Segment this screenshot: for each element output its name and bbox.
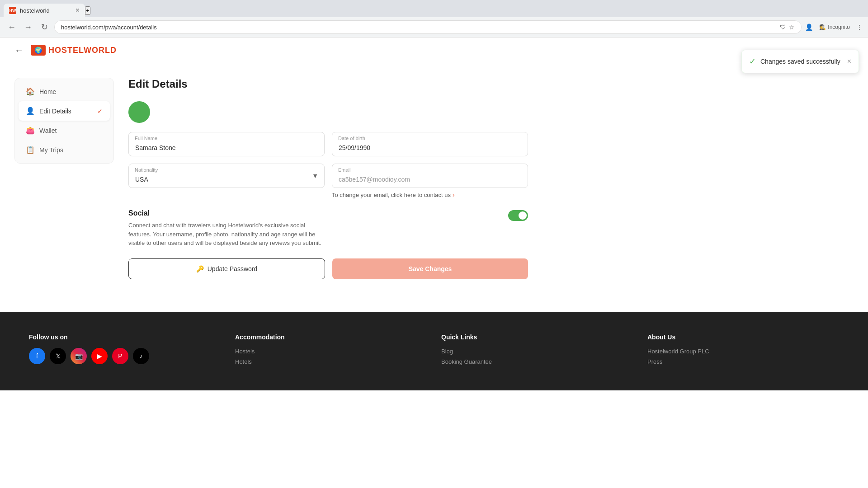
active-tab[interactable]: HW hostelworld ×: [4, 4, 85, 17]
browser-chrome: HW hostelworld × + ← → ↻ hostelworld.com…: [0, 0, 868, 38]
update-password-label: Update Password: [208, 265, 258, 272]
nationality-field: Nationality USA UK Canada ▼: [128, 164, 325, 188]
tiktok-icon[interactable]: ♪: [133, 348, 149, 364]
about-us-title: About Us: [647, 333, 839, 341]
sidebar-item-my-trips[interactable]: 📋 My Trips: [19, 140, 110, 160]
logo-icon: 🌍: [34, 47, 42, 54]
tab-bar: HW hostelworld × +: [0, 0, 868, 17]
page-header: ← 🌍 HOSTELWORLD: [0, 38, 868, 63]
footer-about-us: About Us Hostelworld Group PLC Press: [647, 333, 839, 369]
email-change-link[interactable]: To change your email, click here to cont…: [332, 192, 528, 198]
save-changes-button[interactable]: Save Changes: [332, 258, 528, 279]
logo: 🌍 HOSTELWORLD: [31, 45, 117, 56]
wallet-icon: 👛: [26, 126, 35, 135]
back-button[interactable]: ←: [5, 21, 18, 33]
forward-button[interactable]: →: [22, 21, 34, 33]
sidebar-item-home[interactable]: 🏠 Home: [19, 82, 110, 101]
profile-icon[interactable]: 👤: [805, 23, 813, 31]
button-row: 🔑 Update Password Save Changes: [128, 258, 528, 279]
instagram-icon[interactable]: 📷: [71, 348, 87, 364]
name-dob-row: Full Name Date of birth: [128, 132, 528, 156]
arrow-right-icon: ›: [453, 192, 454, 198]
footer: Follow us on f 𝕏 📷 ▶ P ♪ Accommodation H…: [0, 312, 868, 390]
sidebar-item-trips-label: My Trips: [39, 146, 103, 154]
url-text: hostelworld.com/pwa/account/details: [61, 24, 776, 31]
logo-text: HOSTELWORLD: [48, 46, 117, 55]
email-field: Email: [332, 164, 528, 188]
sidebar-item-edit-details-label: Edit Details: [39, 108, 93, 115]
email-input: [332, 164, 528, 188]
active-check-icon: ✓: [97, 108, 103, 115]
email-helper-text: To change your email, click here to cont…: [332, 192, 451, 198]
accommodation-title: Accommodation: [235, 333, 427, 341]
nationality-email-row: Nationality USA UK Canada ▼ Email: [128, 164, 528, 188]
incognito-button[interactable]: 🕵 Incognito: [816, 22, 854, 32]
follow-us-title: Follow us on: [29, 333, 221, 341]
tab-title: hostelworld: [20, 7, 72, 14]
star-icon: ☆: [789, 23, 795, 31]
toggle-slider: [508, 210, 528, 221]
reload-button[interactable]: ↻: [38, 21, 51, 33]
full-name-input[interactable]: [128, 132, 325, 156]
footer-hotels-link[interactable]: Hotels: [235, 358, 427, 365]
full-name-field: Full Name: [128, 132, 325, 156]
social-section: Social Connect and chat with travelers u…: [128, 209, 528, 248]
address-bar-icons: 🛡 ☆: [780, 23, 795, 31]
incognito-icon: 🕵: [819, 24, 826, 30]
avatar[interactable]: [128, 101, 150, 123]
footer-follow-us: Follow us on f 𝕏 📷 ▶ P ♪: [29, 333, 221, 369]
new-tab-button[interactable]: +: [85, 6, 90, 15]
close-tab-button[interactable]: ×: [75, 7, 80, 14]
pinterest-icon[interactable]: P: [112, 348, 128, 364]
address-bar[interactable]: hostelworld.com/pwa/account/details 🛡 ☆: [54, 20, 802, 34]
dob-field: Date of birth: [332, 132, 528, 156]
update-password-button[interactable]: 🔑 Update Password: [128, 258, 325, 279]
sidebar-item-home-label: Home: [39, 88, 103, 95]
logo-box: 🌍: [31, 45, 46, 56]
footer-hostels-link[interactable]: Hostels: [235, 348, 427, 355]
dob-label: Date of birth: [338, 136, 365, 141]
footer-booking-guarantee-link[interactable]: Booking Guarantee: [441, 358, 633, 365]
main-content: 🏠 Home 👤 Edit Details ✓ 👛 Wallet 📋 My Tr…: [0, 63, 542, 294]
quick-links-title: Quick Links: [441, 333, 633, 341]
trips-icon: 📋: [26, 145, 35, 154]
form-area: Edit Details Full Name Date of birth Nat…: [128, 78, 528, 279]
save-changes-label: Save Changes: [409, 265, 452, 272]
lock-icon: 🔑: [196, 265, 204, 272]
home-icon: 🏠: [26, 87, 35, 96]
success-toast: ✓ Changes saved successfully ×: [741, 50, 859, 73]
social-row: Social Connect and chat with travelers u…: [128, 209, 528, 248]
shield-icon: 🛡: [780, 23, 786, 31]
footer-hostelworld-group-link[interactable]: Hostelworld Group PLC: [647, 348, 839, 355]
toolbar: ← → ↻ hostelworld.com/pwa/account/detail…: [0, 17, 868, 37]
footer-quick-links: Quick Links Blog Booking Guarantee: [441, 333, 633, 369]
social-toggle[interactable]: [508, 210, 528, 221]
sidebar-item-edit-details[interactable]: 👤 Edit Details ✓: [19, 101, 110, 121]
footer-press-link[interactable]: Press: [647, 358, 839, 365]
sidebar-item-wallet-label: Wallet: [39, 127, 103, 134]
sidebar-item-wallet[interactable]: 👛 Wallet: [19, 121, 110, 140]
social-description: Connect and chat with travelers using Ho…: [128, 221, 327, 248]
social-media-icons: f 𝕏 📷 ▶ P ♪: [29, 348, 221, 364]
tab-favicon: HW: [9, 7, 16, 14]
full-name-label: Full Name: [135, 136, 157, 141]
menu-icon[interactable]: ⋮: [856, 23, 863, 31]
check-icon: ✓: [749, 56, 756, 66]
user-icon: 👤: [26, 107, 35, 115]
footer-blog-link[interactable]: Blog: [441, 348, 633, 355]
social-title: Social: [128, 209, 501, 217]
social-text: Social Connect and chat with travelers u…: [128, 209, 501, 248]
twitter-x-icon[interactable]: 𝕏: [50, 348, 66, 364]
email-label: Email: [338, 167, 351, 173]
page-title: Edit Details: [128, 78, 528, 90]
toast-close-button[interactable]: ×: [847, 57, 851, 66]
toast-message: Changes saved successfully: [760, 58, 840, 65]
back-navigation-button[interactable]: ←: [14, 45, 24, 56]
toolbar-right: 👤 🕵 Incognito ⋮: [805, 22, 863, 32]
sidebar: 🏠 Home 👤 Edit Details ✓ 👛 Wallet 📋 My Tr…: [14, 78, 114, 164]
facebook-icon[interactable]: f: [29, 348, 45, 364]
nationality-label: Nationality: [135, 167, 158, 173]
footer-accommodation: Accommodation Hostels Hotels: [235, 333, 427, 369]
youtube-icon[interactable]: ▶: [91, 348, 108, 364]
